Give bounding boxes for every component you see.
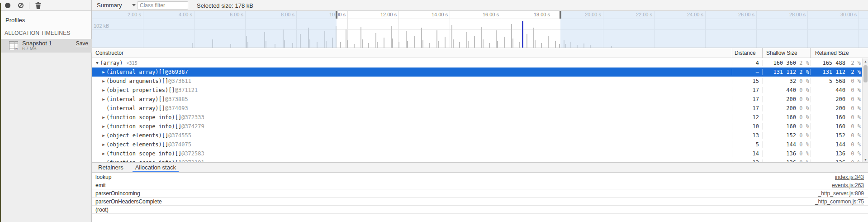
save-link[interactable]: Save	[76, 40, 88, 47]
table-row[interactable]: ▶(function scope info)[] @374279101600 %…	[92, 122, 862, 131]
constructor-name: (function scope info)[]	[106, 150, 181, 157]
grid-header: Constructor Distance Shallow Size Retain…	[92, 48, 868, 58]
object-id: @372583	[181, 150, 204, 157]
scrollbar-up-button[interactable]: ▲	[863, 58, 868, 64]
selected-allocation-bar	[522, 21, 523, 48]
expand-arrow-icon[interactable]: ▶	[101, 142, 106, 147]
sidebar-background	[0, 53, 91, 222]
retained-size-value: 144	[811, 141, 845, 148]
delete-profile-button[interactable]	[35, 2, 42, 9]
toolbar-divider	[29, 2, 29, 9]
allocation-bar	[422, 40, 423, 48]
table-row[interactable]: ▶(function scope info)[] @372333121600 %…	[92, 113, 862, 122]
retained-size-value: 200	[811, 96, 845, 102]
table-row[interactable]: ▶(bound arguments)[] @37361115320 %5 568…	[92, 77, 862, 86]
table-row[interactable]: ▼(array)×3154160 3602 %165 4882 %	[92, 58, 862, 68]
stack-frame-row[interactable]: parserOnIncoming_http_server.js:809	[92, 189, 868, 198]
object-id: @371121	[175, 87, 198, 93]
expand-arrow-icon[interactable]: ▶	[101, 88, 106, 92]
stack-frame-row[interactable]: (root)	[92, 206, 868, 214]
allocation-bar	[445, 37, 446, 48]
allocation-bar	[346, 29, 346, 48]
expand-arrow-icon[interactable]: ▶	[101, 70, 106, 74]
allocation-bar	[451, 25, 452, 48]
allocation-bar	[481, 27, 482, 48]
distance-value: 17	[732, 87, 762, 93]
object-id: @372333	[181, 114, 204, 121]
selection-handle-right[interactable]	[560, 11, 561, 19]
allocation-bar	[533, 28, 534, 48]
stack-frame-row[interactable]: emitevents.js:263	[92, 181, 868, 189]
stack-function-name: emit	[92, 182, 832, 188]
table-row[interactable]: ▶(internal array)[] @369387–131 1122 %13…	[92, 68, 862, 77]
retained-size-percent: 0 %	[845, 105, 862, 111]
object-id: @373885	[165, 96, 188, 102]
perspective-select[interactable]: Summary	[97, 2, 136, 9]
allocation-bar	[375, 33, 376, 48]
retained-size-percent: 2 %	[845, 60, 862, 66]
shallow-size-percent: 2 %	[796, 60, 810, 66]
class-filter-input[interactable]	[137, 1, 188, 10]
stack-source-link[interactable]: index.js:343	[835, 174, 868, 180]
timeline-overview[interactable]: 2.00 s4.00 s6.00 s8.00 s10.00 s12.00 s14…	[92, 11, 868, 48]
shallow-size-column-header[interactable]: Shallow Size	[762, 48, 810, 58]
expand-arrow-icon[interactable]: ▶	[101, 97, 106, 101]
collapse-arrow-icon[interactable]: ▼	[95, 61, 100, 65]
shallow-size-value: 160	[763, 114, 796, 121]
stack-frame-row[interactable]: lookupindex.js:343	[92, 173, 868, 181]
record-button[interactable]	[5, 3, 10, 8]
allocation-bar	[512, 39, 513, 48]
stack-function-name: parserOnIncoming	[92, 190, 818, 197]
allocation-bar	[392, 39, 393, 48]
shallow-size-percent: 0 %	[796, 123, 810, 130]
table-row[interactable]: ▶(object elements)[] @374555131520 %1520…	[92, 131, 862, 140]
allocation-bar	[541, 43, 542, 48]
devtools-memory-panel: Profiles ALLOCATION TIMELINES % Snapshot…	[0, 0, 868, 222]
table-row[interactable]: ▶(internal array)[] @373885172000 %2000 …	[92, 95, 862, 104]
expand-arrow-icon[interactable]: ▶	[101, 133, 106, 138]
scrollbar-thumb[interactable]	[863, 65, 868, 82]
table-row[interactable]: ▶(function scope info)[] @372583141360 %…	[92, 149, 862, 158]
allocation-bar	[459, 42, 460, 48]
stack-source-link[interactable]: _http_server.js:809	[818, 190, 868, 197]
ruler-label: 16.00 s	[450, 11, 501, 19]
profiles-label: Profiles	[5, 17, 25, 24]
tab-retainers[interactable]: Retainers	[95, 163, 126, 172]
expand-arrow-icon[interactable]: ▶	[101, 115, 106, 120]
table-scrollbar[interactable]: ▲ ▼	[862, 58, 868, 163]
table-row[interactable]: ▶(object properties)[] @371121174400 %44…	[92, 86, 862, 95]
expand-arrow-icon[interactable]: ▶	[101, 124, 106, 129]
retained-size-value: 160	[811, 114, 845, 121]
retained-size-percent: 0 %	[845, 141, 862, 148]
trash-icon	[35, 2, 42, 9]
object-id: @374075	[168, 141, 191, 148]
constructor-column-header[interactable]: Constructor	[92, 48, 732, 58]
object-id: @374279	[181, 123, 204, 130]
snapshot-item[interactable]: % Snapshot 1 6.7 MB Save	[0, 39, 92, 53]
allocation-bar	[360, 27, 361, 48]
distance-value: 5	[732, 141, 762, 148]
stack-frame-row[interactable]: parserOnHeadersComplete_http_common.js:7…	[92, 198, 868, 206]
shallow-size-percent: 0 %	[796, 114, 810, 121]
ruler-label: 18.00 s	[501, 11, 552, 19]
retained-size-value: 136	[811, 150, 845, 157]
distance-column-header[interactable]: Distance	[732, 48, 762, 58]
table-row[interactable]: (internal array)[] @374093172000 %2000 %	[92, 104, 862, 113]
tab-allocation-stack[interactable]: Allocation stack	[133, 163, 179, 172]
retained-size-column-header[interactable]: Retained Size	[810, 48, 868, 58]
allocation-bar	[535, 40, 536, 48]
retained-size-percent: 0 %	[845, 78, 862, 84]
stack-source-link[interactable]: _http_common.js:75	[815, 198, 868, 205]
shallow-size-percent: 0 %	[796, 87, 810, 93]
table-row[interactable]: ▶(object elements)[] @37407551440 %1440 …	[92, 140, 862, 149]
ruler-label: 12.00 s	[347, 11, 398, 19]
allocation-bar	[496, 30, 497, 48]
stack-source-link[interactable]: events.js:263	[832, 182, 868, 188]
shallow-size-percent: 0 %	[796, 96, 810, 102]
expand-arrow-icon[interactable]: ▶	[101, 79, 106, 83]
allocation-bar	[421, 28, 422, 48]
clear-profiles-button[interactable]	[18, 3, 24, 8]
main-toolbar: Summary Selected size: 178 kB	[92, 0, 868, 11]
expand-arrow-icon[interactable]: ▶	[101, 151, 106, 156]
selection-handle-left[interactable]	[336, 11, 337, 19]
